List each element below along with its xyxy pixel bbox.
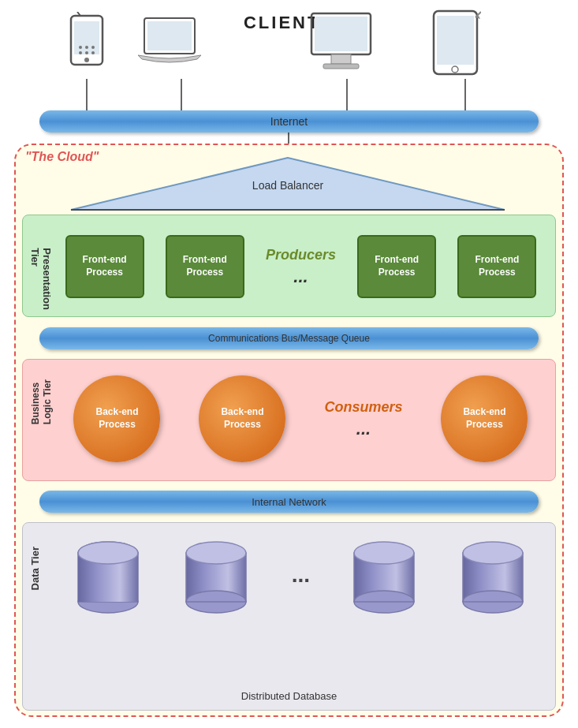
db-svg-1 [75, 539, 142, 618]
svg-point-27 [79, 46, 82, 49]
db-svg-3 [351, 539, 418, 618]
frontend-box-2: Front-end Process [166, 235, 244, 298]
svg-point-41 [452, 66, 458, 73]
desktop-icon [308, 12, 375, 77]
svg-point-56 [186, 542, 246, 564]
svg-point-60 [354, 542, 414, 564]
business-tier-label: BusinessLogic Tier [29, 379, 53, 424]
svg-text:Load Balancer: Load Balancer [252, 179, 324, 192]
load-balancer-triangle: Load Balancer [47, 156, 528, 215]
frontend-box-4: Front-end Process [457, 235, 536, 298]
db-svg-4 [460, 539, 527, 618]
svg-point-64 [463, 542, 523, 564]
comm-bus: Communications Bus/Message Queue [39, 327, 539, 349]
comm-bus-label: Communications Bus/Message Queue [208, 333, 370, 344]
svg-point-28 [85, 46, 88, 49]
database-2 [183, 539, 250, 618]
svg-point-25 [84, 58, 89, 62]
svg-point-31 [85, 51, 88, 54]
db-dots: ... [292, 562, 310, 588]
database-1 [75, 539, 142, 618]
svg-point-30 [79, 51, 82, 54]
database-4 [460, 539, 527, 618]
svg-rect-40 [437, 16, 474, 65]
producers-label: Producers ... [266, 247, 336, 287]
svg-rect-37 [331, 54, 351, 64]
db-svg-2 [183, 539, 250, 618]
svg-point-52 [78, 542, 138, 564]
internet-label: Internet [270, 115, 308, 128]
backend-circle-3: Back-endProcess [441, 375, 528, 462]
internal-network-label: Internal Network [252, 496, 326, 508]
presentation-tier-label: PresentationTier [29, 231, 53, 310]
backend-circles: Back-endProcess Back-endProcess Consumer… [54, 371, 547, 466]
diagram-wrapper: CLIENTS Internet [0, 0, 578, 728]
svg-rect-38 [323, 64, 359, 69]
internal-network: Internal Network [39, 491, 539, 513]
frontend-box-1: Front-end Process [65, 235, 144, 298]
database-icons: ... [54, 539, 547, 649]
presentation-tier: PresentationTier Front-end Process Front… [22, 215, 556, 317]
svg-point-32 [91, 51, 95, 54]
data-tier: Data Tier [22, 522, 556, 711]
mobile-icon [63, 12, 110, 75]
svg-rect-34 [147, 21, 192, 50]
backend-circle-1: Back-endProcess [73, 375, 160, 462]
svg-rect-36 [315, 17, 367, 51]
frontend-box-3: Front-end Process [357, 235, 436, 298]
internet-bar: Internet [39, 110, 539, 133]
data-tier-label: Data Tier [29, 547, 41, 590]
distributed-db-label: Distributed Database [23, 690, 555, 702]
laptop-icon [138, 14, 201, 73]
tablet-icon [430, 9, 481, 79]
frontend-boxes: Front-end Process Front-end Process Prod… [54, 227, 547, 306]
database-3 [351, 539, 418, 618]
svg-point-29 [91, 46, 95, 49]
backend-circle-2: Back-endProcess [199, 375, 285, 462]
svg-rect-24 [74, 21, 99, 54]
consumers-label: Consumers ... [324, 399, 402, 439]
business-tier: BusinessLogic Tier Back-endProcess Back-… [22, 359, 556, 481]
